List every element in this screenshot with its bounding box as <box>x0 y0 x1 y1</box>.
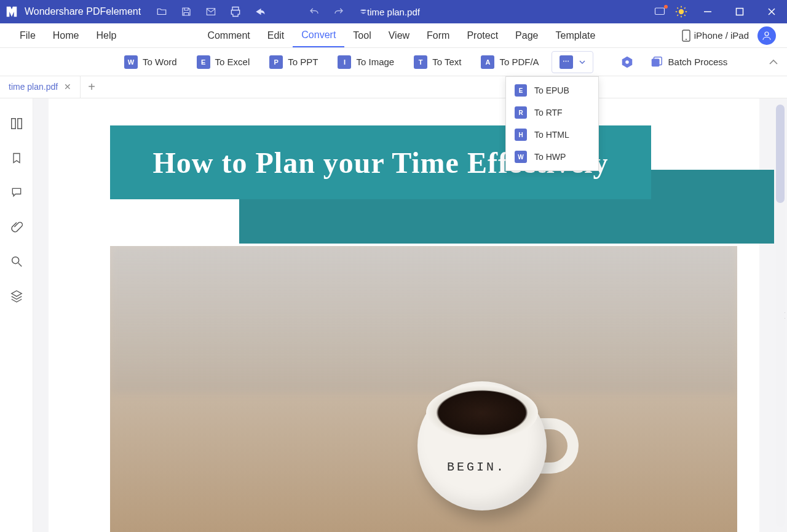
svg-point-15 <box>765 32 769 36</box>
tab-add-button[interactable]: + <box>81 76 103 98</box>
more-formats-dropdown: ETo EPUB RTo RTF HTo HTML WTo HWP <box>505 76 599 171</box>
tool-to-text[interactable]: TTo Text <box>406 52 469 73</box>
svg-point-22 <box>12 257 18 264</box>
thumbnails-icon[interactable] <box>9 116 25 132</box>
title-bar: Wondershare PDFelement time plan.pdf <box>0 0 787 23</box>
search-icon[interactable] <box>9 253 25 269</box>
image-icon: I <box>338 55 351 69</box>
chevron-down-icon <box>579 59 585 65</box>
text-icon: T <box>414 55 427 69</box>
comments-icon[interactable] <box>9 185 25 200</box>
menu-form[interactable]: Form <box>418 23 458 47</box>
document-tabs: time plan.pdf ✕ + <box>0 76 787 98</box>
svg-rect-1 <box>655 8 665 15</box>
share-icon[interactable] <box>254 6 266 18</box>
hero-photo: BEGIN. <box>110 246 737 532</box>
close-button[interactable] <box>760 0 783 23</box>
svg-point-17 <box>625 60 629 64</box>
tool-to-excel[interactable]: ETo Excel <box>189 52 258 73</box>
mail-icon[interactable] <box>205 6 217 18</box>
more-icon: ⋯ <box>560 55 573 69</box>
menu-help[interactable]: Help <box>87 23 125 47</box>
device-link[interactable]: iPhone / iPad <box>682 30 749 42</box>
batch-icon <box>650 55 663 69</box>
dropdown-to-hwp[interactable]: WTo HWP <box>506 146 598 168</box>
user-avatar[interactable] <box>757 26 776 45</box>
maximize-button[interactable] <box>728 0 751 23</box>
scrollbar-thumb[interactable] <box>776 105 785 203</box>
phone-icon <box>682 30 690 42</box>
redo-icon[interactable] <box>333 6 345 18</box>
svg-line-7 <box>677 7 678 9</box>
minimize-button[interactable] <box>696 0 719 23</box>
svg-rect-18 <box>651 58 659 66</box>
save-icon[interactable] <box>180 6 192 18</box>
tool-convert-settings[interactable] <box>617 52 638 73</box>
menu-comment[interactable]: Comment <box>199 23 258 47</box>
cup-label: BEGIN. <box>447 460 506 474</box>
undo-icon[interactable] <box>308 6 320 18</box>
document-title: time plan.pdf <box>367 7 420 17</box>
svg-rect-12 <box>737 9 743 15</box>
attachments-icon[interactable] <box>9 219 25 235</box>
svg-line-10 <box>684 7 686 9</box>
menu-edit[interactable]: Edit <box>259 23 293 47</box>
app-logo-icon <box>4 4 20 20</box>
ppt-icon: P <box>269 55 283 69</box>
collapse-ribbon-icon[interactable] <box>769 58 778 66</box>
pdfa-icon: A <box>481 55 494 69</box>
tool-to-ppt[interactable]: PTo PPT <box>262 52 325 73</box>
menu-protect[interactable]: Protect <box>458 23 507 47</box>
excel-icon: E <box>197 55 210 69</box>
word-icon: W <box>124 55 138 69</box>
convert-toolbar: WTo Word ETo Excel PTo PPT ITo Image TTo… <box>0 48 787 76</box>
svg-line-8 <box>684 15 686 16</box>
svg-line-9 <box>677 15 678 16</box>
left-sidebar <box>0 98 33 532</box>
menu-tool[interactable]: Tool <box>344 23 379 47</box>
dropdown-to-rtf[interactable]: RTo RTF <box>506 101 598 124</box>
svg-point-14 <box>686 39 687 40</box>
tool-more-formats[interactable]: ⋯ <box>552 51 593 73</box>
tab-current-doc[interactable]: time plan.pdf ✕ <box>0 76 81 98</box>
document-canvas[interactable]: How to Plan your Time Effectively BEGIN. <box>33 98 787 532</box>
menu-template[interactable]: Template <box>547 23 604 47</box>
menu-home[interactable]: Home <box>44 23 88 47</box>
menu-bar: File Home Help Comment Edit Convert Tool… <box>0 23 787 48</box>
svg-rect-21 <box>17 119 21 129</box>
menu-view[interactable]: View <box>380 23 418 47</box>
layers-icon[interactable] <box>9 288 25 304</box>
document-page: How to Plan your Time Effectively BEGIN. <box>49 98 759 532</box>
app-name: Wondershare PDFelement <box>25 6 141 17</box>
screen-recorder-icon[interactable] <box>653 6 666 17</box>
menu-file[interactable]: File <box>11 23 44 47</box>
bookmarks-icon[interactable] <box>9 150 25 166</box>
dropdown-to-html[interactable]: HTo HTML <box>506 124 598 146</box>
banner: How to Plan your Time Effectively <box>49 125 759 224</box>
hexagon-gear-icon <box>620 55 634 69</box>
print-icon[interactable] <box>229 6 242 18</box>
tool-to-word[interactable]: WTo Word <box>117 52 184 73</box>
tab-label: time plan.pdf <box>9 82 58 92</box>
svg-rect-20 <box>11 119 15 129</box>
svg-point-2 <box>679 9 684 14</box>
device-label: iPhone / iPad <box>694 30 749 41</box>
theme-icon[interactable] <box>675 6 687 18</box>
tool-to-pdfa[interactable]: ATo PDF/A <box>473 52 546 73</box>
menu-page[interactable]: Page <box>507 23 547 47</box>
tool-to-image[interactable]: ITo Image <box>330 52 401 73</box>
open-folder-icon[interactable] <box>156 6 168 18</box>
tab-close-icon[interactable]: ✕ <box>64 82 71 92</box>
svg-line-23 <box>18 263 22 267</box>
dropdown-to-epub[interactable]: ETo EPUB <box>506 79 598 101</box>
coffee-cup: BEGIN. <box>399 363 596 523</box>
menu-convert[interactable]: Convert <box>293 23 344 47</box>
tool-batch-process[interactable]: Batch Process <box>643 52 735 73</box>
